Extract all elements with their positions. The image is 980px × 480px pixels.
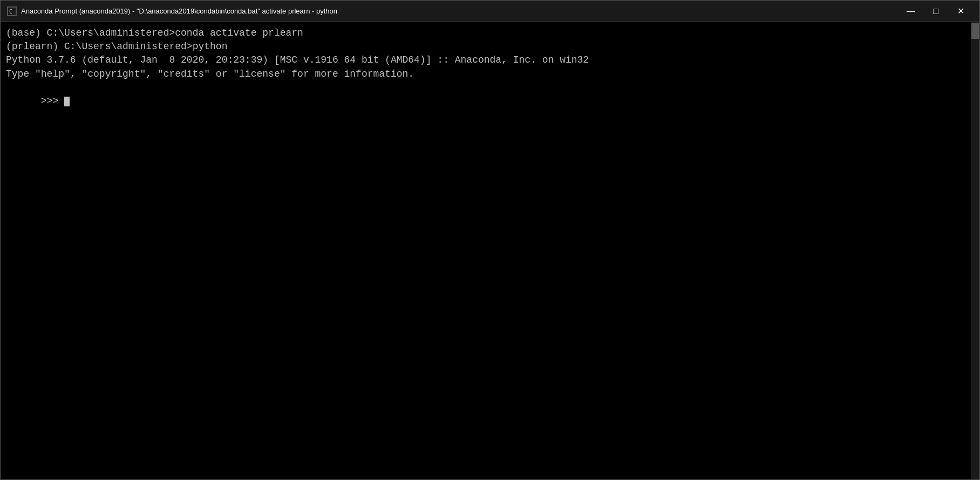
terminal-line-3: (prlearn) C:\Users\administered>python [6, 40, 974, 53]
scrollbar-thumb[interactable] [971, 23, 979, 39]
title-bar: C Anaconda Prompt (anaconda2019) - "D:\a… [1, 1, 979, 22]
cursor-blink [64, 97, 70, 106]
terminal-line-4: Python 3.7.6 (default, Jan 8 2020, 20:23… [6, 53, 974, 67]
window-controls: — □ ✕ [899, 1, 973, 22]
terminal-body[interactable]: (base) C:\Users\administered>conda activ… [1, 22, 979, 479]
svg-text:C: C [9, 9, 12, 15]
minimize-button[interactable]: — [899, 1, 923, 22]
terminal-window: C Anaconda Prompt (anaconda2019) - "D:\a… [0, 0, 980, 480]
terminal-line-5: Type "help", "copyright", "credits" or "… [6, 67, 974, 81]
close-button[interactable]: ✕ [948, 1, 973, 22]
terminal-prompt: >>> [41, 96, 64, 106]
maximize-button[interactable]: □ [923, 1, 948, 22]
terminal-line-1: (base) C:\Users\administered>conda activ… [6, 26, 974, 40]
terminal-prompt-line: >>> [6, 81, 974, 122]
window-title: Anaconda Prompt (anaconda2019) - "D:\ana… [21, 7, 899, 15]
scrollbar[interactable] [971, 22, 979, 479]
app-icon: C [7, 6, 17, 16]
